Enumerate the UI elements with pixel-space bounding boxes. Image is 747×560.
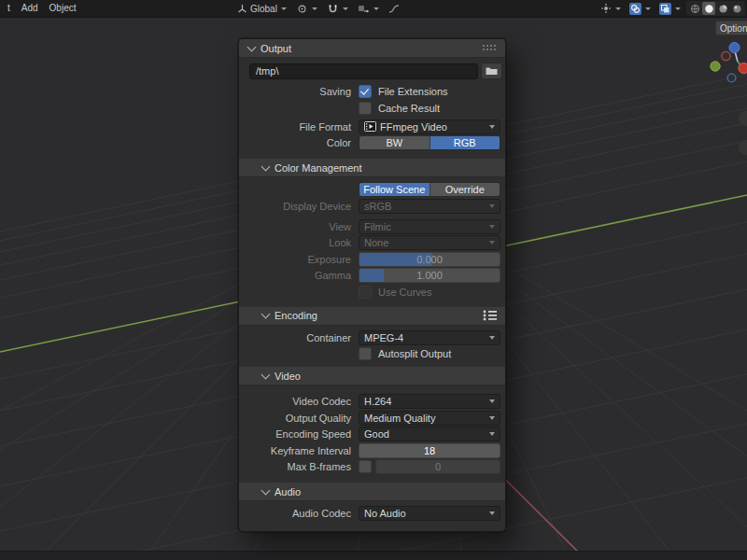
- shading-mode-group: [686, 1, 745, 16]
- chevron-down-icon: [489, 204, 495, 208]
- audio-header[interactable]: Audio: [239, 482, 505, 501]
- chevron-down-icon: [489, 511, 495, 515]
- chevron-down-icon: [489, 399, 495, 403]
- blender-window: t Add Object Global: [0, 0, 747, 560]
- output-panel-header[interactable]: Output: [239, 39, 505, 58]
- color-rgb-button[interactable]: RGB: [430, 136, 500, 149]
- view-dropdown[interactable]: Filmic: [359, 219, 500, 234]
- video-codec-dropdown[interactable]: H.264: [359, 394, 500, 409]
- viewport-header: t Add Object Global: [0, 0, 747, 18]
- output-quality-dropdown[interactable]: Medium Quality: [359, 411, 500, 426]
- menu-object[interactable]: Object: [44, 0, 82, 17]
- drag-handle-icon[interactable]: [483, 45, 498, 52]
- chevron-down-icon: [489, 225, 495, 229]
- shading-solid-button[interactable]: [702, 2, 715, 15]
- video-codec-value: H.264: [364, 396, 484, 407]
- color-bw-button[interactable]: BW: [359, 136, 430, 149]
- collapse-chevron-icon[interactable]: [261, 370, 271, 379]
- snap-with-dropdown[interactable]: [355, 3, 382, 15]
- overlays-icon: [629, 3, 641, 15]
- tool-options-dropdown[interactable]: Options: [715, 21, 747, 35]
- pivot-point-dropdown[interactable]: [293, 3, 320, 15]
- chevron-down-icon: [489, 125, 495, 129]
- audio-title: Audio: [275, 486, 301, 497]
- collapse-chevron-icon[interactable]: [261, 485, 271, 495]
- gizmo-y-ball[interactable]: [711, 62, 720, 71]
- display-device-value: sRGB: [364, 201, 484, 212]
- chevron-down-icon: [343, 7, 348, 10]
- chevron-down-icon: [489, 432, 495, 436]
- gamma-label: Gamma: [239, 270, 359, 281]
- max-b-frames-label: Max B-frames: [239, 461, 359, 472]
- output-path-input[interactable]: /tmp\: [249, 63, 478, 79]
- file-extensions-checkbox[interactable]: [359, 85, 372, 98]
- override-button[interactable]: Override: [430, 183, 500, 196]
- viewport-zoom-button[interactable]: [739, 111, 747, 126]
- exposure-value: 0.000: [359, 253, 500, 266]
- exposure-label: Exposure: [239, 254, 359, 265]
- use-curves-checkbox[interactable]: [359, 286, 372, 299]
- cache-result-label: Cache Result: [378, 103, 440, 114]
- file-extensions-row: Saving File Extensions: [239, 85, 500, 98]
- encoding-speed-dropdown[interactable]: Good: [359, 427, 500, 441]
- header-menus: t Add Object: [2, 0, 81, 17]
- gizmo-icon: [599, 3, 612, 15]
- collapse-chevron-icon[interactable]: [261, 161, 271, 171]
- gizmo-x-neg-ball[interactable]: [722, 51, 730, 60]
- shading-rendered-button[interactable]: [730, 2, 743, 15]
- look-dropdown[interactable]: None: [359, 235, 500, 250]
- encoding-header[interactable]: Encoding: [239, 306, 505, 326]
- cm-mode-row: Follow Scene Override: [239, 183, 500, 196]
- shading-material-button[interactable]: [716, 2, 729, 15]
- snap-target-icon: [358, 3, 370, 15]
- view-value: Filmic: [364, 221, 484, 232]
- max-b-frames-checkbox[interactable]: [359, 460, 372, 473]
- max-b-frames-field[interactable]: 0: [375, 459, 500, 474]
- proportional-falloff-icon: [388, 3, 401, 15]
- file-extensions-label: File Extensions: [378, 86, 448, 97]
- snap-toggle[interactable]: [324, 3, 351, 15]
- shading-wireframe-button[interactable]: [688, 2, 701, 15]
- video-header[interactable]: Video: [239, 366, 505, 385]
- header-right-tools: [597, 0, 747, 17]
- output-path-row: /tmp\: [249, 63, 502, 79]
- keyframe-interval-value: 18: [424, 445, 435, 456]
- gizmo-x-ball[interactable]: [739, 63, 747, 73]
- follow-scene-button[interactable]: Follow Scene: [359, 183, 430, 196]
- browse-folder-button[interactable]: [481, 63, 502, 79]
- chevron-down-icon: [489, 336, 495, 340]
- chevron-down-icon: [615, 7, 621, 10]
- file-format-label: File Format: [239, 121, 359, 133]
- exposure-row: Exposure 0.000: [239, 253, 500, 266]
- gizmo-z-neg-ball[interactable]: [727, 74, 736, 82]
- keyframe-interval-field[interactable]: 18: [359, 443, 500, 458]
- navigation-gizmo[interactable]: [702, 34, 747, 108]
- gizmo-z-ball[interactable]: [729, 43, 740, 53]
- autosplit-checkbox[interactable]: [359, 347, 372, 360]
- encoding-speed-row: Encoding Speed Good: [239, 427, 500, 441]
- transform-orientation-dropdown[interactable]: Global: [233, 3, 289, 15]
- file-format-dropdown[interactable]: FFmpeg Video: [359, 119, 500, 134]
- container-dropdown[interactable]: MPEG-4: [359, 330, 500, 345]
- use-curves-row: Use Curves: [239, 286, 500, 299]
- cache-result-checkbox[interactable]: [359, 102, 372, 115]
- collapse-chevron-icon[interactable]: [247, 42, 257, 51]
- status-bar: [0, 551, 747, 560]
- audio-codec-dropdown[interactable]: No Audio: [359, 506, 500, 521]
- overlays-toggle[interactable]: [627, 3, 654, 15]
- viewport-move-button[interactable]: [739, 140, 747, 155]
- presets-icon[interactable]: [483, 310, 498, 321]
- menu-select-partial[interactable]: t: [2, 0, 16, 17]
- exposure-slider[interactable]: 0.000: [359, 252, 500, 267]
- proportional-editing-dropdown[interactable]: [386, 3, 403, 15]
- container-value: MPEG-4: [364, 332, 484, 343]
- xray-toggle[interactable]: [656, 3, 684, 15]
- gamma-value: 1.000: [359, 269, 500, 282]
- color-mode-segment: BW RGB: [359, 135, 500, 150]
- color-management-header[interactable]: Color Management: [239, 158, 505, 177]
- gizmos-dropdown[interactable]: [597, 3, 624, 15]
- display-device-dropdown[interactable]: sRGB: [359, 199, 500, 214]
- gamma-slider[interactable]: 1.000: [359, 268, 500, 283]
- collapse-chevron-icon[interactable]: [261, 310, 271, 319]
- menu-add[interactable]: Add: [16, 0, 44, 17]
